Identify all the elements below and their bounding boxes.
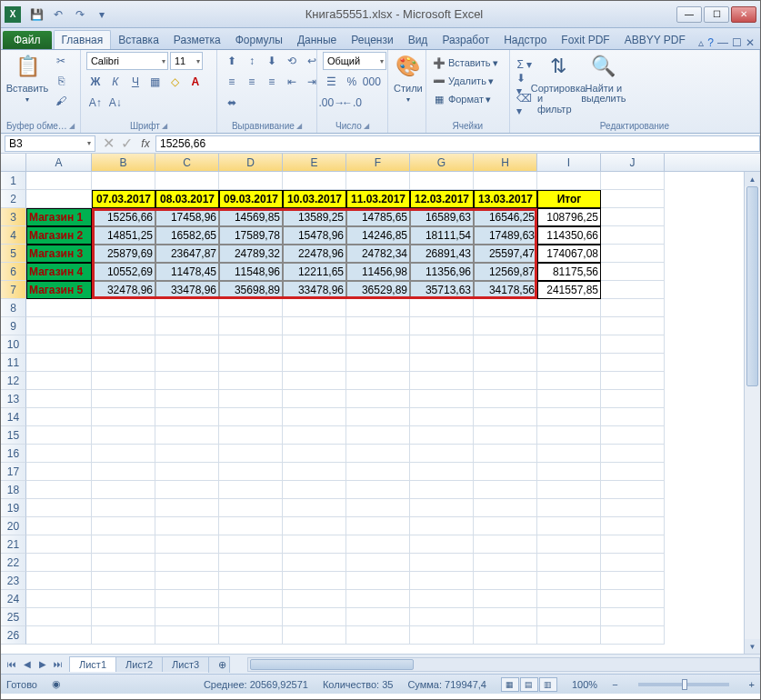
cell[interactable] — [346, 590, 410, 608]
cell[interactable] — [474, 590, 537, 608]
cell[interactable] — [474, 335, 537, 354]
cell[interactable] — [601, 390, 665, 408]
cell[interactable] — [346, 426, 410, 445]
italic-button[interactable]: К — [106, 73, 125, 91]
cell[interactable] — [537, 390, 601, 408]
cell[interactable]: 12211,65 — [283, 263, 346, 281]
cell[interactable] — [283, 426, 346, 445]
cell[interactable] — [219, 335, 283, 354]
decrease-font-button[interactable]: A↓ — [106, 94, 125, 112]
cell[interactable] — [155, 426, 219, 445]
font-name-dropdown[interactable]: Calibri▾ — [86, 52, 168, 70]
cell[interactable] — [155, 390, 219, 408]
cell[interactable] — [92, 354, 155, 372]
ribbon-minimize-icon[interactable]: ▵ — [698, 36, 704, 49]
cell[interactable] — [537, 499, 601, 517]
cell[interactable] — [601, 299, 665, 317]
cell[interactable] — [346, 372, 410, 390]
cell[interactable]: 18111,54 — [410, 226, 474, 245]
cell[interactable] — [537, 481, 601, 499]
cell[interactable] — [537, 626, 601, 645]
cell[interactable] — [92, 463, 155, 481]
row-header-24[interactable]: 24 — [1, 590, 26, 608]
cell[interactable] — [537, 408, 601, 426]
cell[interactable]: 33478,96 — [283, 281, 346, 299]
cell[interactable] — [219, 463, 283, 481]
cell[interactable] — [219, 554, 283, 572]
cell[interactable] — [537, 317, 601, 335]
cell[interactable] — [346, 463, 410, 481]
cell[interactable] — [155, 299, 219, 317]
row-header-25[interactable]: 25 — [1, 608, 26, 626]
sheet-last-icon[interactable]: ⏭ — [51, 659, 65, 669]
insert-cells-button[interactable]: ➕Вставить ▾ — [432, 55, 498, 70]
cell[interactable] — [410, 463, 474, 481]
cell[interactable] — [346, 626, 410, 645]
cell[interactable] — [283, 608, 346, 626]
align-top-button[interactable]: ⬆ — [223, 52, 241, 70]
cell[interactable] — [92, 372, 155, 390]
cell[interactable] — [26, 190, 92, 208]
cell[interactable]: 241557,85 — [537, 281, 601, 299]
cell[interactable]: Магазин 5 — [26, 281, 92, 299]
cell[interactable] — [601, 590, 665, 608]
cell[interactable] — [346, 299, 410, 317]
row-header-6[interactable]: 6 — [1, 263, 26, 281]
cell[interactable]: Магазин 2 — [26, 226, 92, 245]
cell[interactable] — [474, 172, 537, 190]
cell[interactable] — [219, 354, 283, 372]
cell[interactable] — [219, 390, 283, 408]
cell[interactable] — [283, 554, 346, 572]
insert-function-button[interactable]: fx — [135, 137, 155, 150]
number-format-dropdown[interactable]: Общий▾ — [323, 52, 386, 70]
cell[interactable] — [26, 463, 92, 481]
cell[interactable] — [346, 517, 410, 535]
cell[interactable] — [155, 499, 219, 517]
cell[interactable] — [601, 608, 665, 626]
new-sheet-button[interactable]: ⊕ — [208, 656, 230, 673]
cell[interactable] — [346, 481, 410, 499]
cell[interactable] — [474, 517, 537, 535]
orientation-button[interactable]: ⟲ — [283, 52, 301, 70]
col-header-G[interactable]: G — [410, 154, 474, 171]
row-header-26[interactable]: 26 — [1, 626, 26, 645]
delete-cells-button[interactable]: ➖Удалить ▾ — [432, 74, 494, 88]
cell[interactable]: 114350,66 — [537, 226, 601, 245]
cell[interactable] — [410, 572, 474, 590]
cell[interactable] — [155, 554, 219, 572]
cell[interactable] — [92, 445, 155, 463]
cell[interactable] — [283, 463, 346, 481]
sheet-tab-1[interactable]: Лист1 — [69, 656, 116, 672]
cell[interactable]: 35698,89 — [219, 281, 283, 299]
spreadsheet-grid[interactable]: A B C D E F G H I J 12345678910111213141… — [1, 154, 760, 654]
copy-button[interactable]: ⎘ — [52, 72, 70, 90]
row-header-22[interactable]: 22 — [1, 554, 26, 572]
paste-button[interactable]: 📋 Вставить ▾ — [6, 52, 48, 104]
cell[interactable]: Магазин 4 — [26, 263, 92, 281]
cell[interactable] — [155, 372, 219, 390]
cell[interactable] — [410, 172, 474, 190]
cell[interactable] — [601, 499, 665, 517]
scroll-up-icon[interactable]: ▲ — [745, 172, 760, 186]
sheet-first-icon[interactable]: ⏮ — [5, 659, 19, 669]
underline-button[interactable]: Ч — [126, 73, 145, 91]
font-dialog-icon[interactable]: ◢ — [162, 122, 167, 130]
cell[interactable] — [410, 481, 474, 499]
cell[interactable] — [92, 554, 155, 572]
tab-addins[interactable]: Надстро — [496, 31, 554, 49]
cell[interactable] — [283, 626, 346, 645]
cell[interactable] — [474, 554, 537, 572]
cell[interactable] — [601, 517, 665, 535]
cell[interactable]: 14569,85 — [219, 208, 283, 226]
cell[interactable] — [601, 572, 665, 590]
cell[interactable] — [474, 608, 537, 626]
cell[interactable] — [410, 499, 474, 517]
cell[interactable] — [283, 535, 346, 554]
cell[interactable]: 174067,08 — [537, 245, 601, 263]
select-all-corner[interactable] — [1, 154, 26, 171]
zoom-out-button[interactable]: − — [612, 679, 617, 690]
align-right-button[interactable]: ≡ — [263, 73, 281, 91]
cell[interactable] — [26, 390, 92, 408]
col-header-H[interactable]: H — [474, 154, 537, 171]
cell[interactable] — [474, 572, 537, 590]
